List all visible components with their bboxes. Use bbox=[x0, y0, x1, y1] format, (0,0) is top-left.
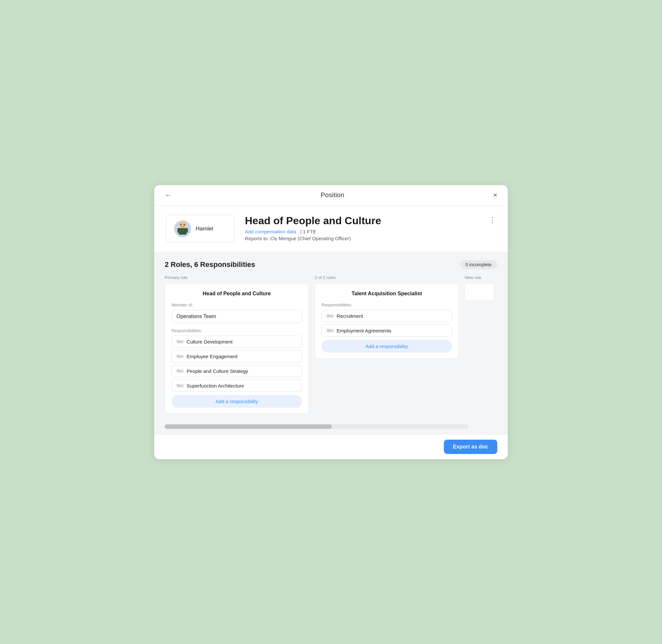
svg-rect-5 bbox=[185, 228, 188, 233]
primary-role-column: Primary role Head of People and Culture … bbox=[165, 275, 309, 414]
svg-rect-1 bbox=[179, 228, 186, 235]
modal-wrapper: ← Position × Ha bbox=[148, 179, 514, 465]
person-name: Hamlet bbox=[196, 226, 213, 232]
more-options-button[interactable]: ⋮ bbox=[489, 216, 496, 225]
position-info: Hamlet Head of People and Culture Add co… bbox=[154, 206, 508, 252]
responsibility-item: Res Employment Agreements bbox=[322, 325, 452, 337]
res-badge: Res bbox=[176, 354, 184, 359]
roles-columns: Primary role Head of People and Culture … bbox=[165, 275, 497, 414]
responsibility-item: Res Superfunction Architecture bbox=[172, 380, 302, 392]
export-button[interactable]: Export as doc bbox=[444, 440, 497, 454]
scroll-thumb bbox=[165, 424, 332, 429]
position-title: Head of People and Culture bbox=[245, 215, 479, 227]
svg-point-2 bbox=[180, 224, 182, 225]
responsibility-text: Recruitment bbox=[336, 313, 363, 319]
team-tag: Operations Team bbox=[172, 310, 302, 323]
role-card-primary: Head of People and Culture Member of: Op… bbox=[165, 283, 309, 414]
res-badge: Res bbox=[176, 340, 184, 344]
res-badge: Res bbox=[176, 369, 184, 373]
avatar bbox=[174, 220, 191, 237]
svg-point-3 bbox=[183, 224, 185, 225]
reports-to: Reports to: Cly Mengue (Chief Operating … bbox=[245, 236, 479, 241]
scroll-track[interactable] bbox=[165, 424, 469, 429]
responsibility-item: Res People and Culture Strategy bbox=[172, 365, 302, 377]
roles-header: 2 Roles, 6 Responsibilities 0 incomplete bbox=[165, 260, 497, 269]
modal-title: Position bbox=[321, 191, 345, 199]
add-compensation-link[interactable]: Add compensation data bbox=[245, 229, 296, 234]
responsibility-text: Culture Development bbox=[186, 339, 233, 344]
res-badge: Res bbox=[326, 328, 334, 333]
scroll-area bbox=[154, 424, 508, 429]
role2-title: Talent Acquisition Specialist bbox=[322, 291, 452, 297]
bottom-bar: Export as doc bbox=[154, 434, 508, 459]
responsibility-text: Employee Engagement bbox=[186, 353, 237, 359]
responsibility-item: Res Employee Engagement bbox=[172, 350, 302, 362]
primary-role-label: Primary role bbox=[165, 275, 309, 280]
responsibility-text: People and Culture Strategy bbox=[186, 368, 248, 374]
position-meta: Add compensation data | 1 FTE bbox=[245, 229, 479, 234]
role-card-2: Talent Acquisition Specialist Responsibi… bbox=[315, 283, 459, 359]
role1-title: Head of People and Culture bbox=[172, 291, 302, 297]
new-role-column: New role bbox=[465, 275, 497, 301]
responsibility-text: Employment Agreements bbox=[336, 328, 391, 334]
roles-section: 2 Roles, 6 Responsibilities 0 incomplete… bbox=[154, 252, 508, 424]
second-role-label: 2 of 2 roles bbox=[315, 275, 459, 280]
new-role-label: New role bbox=[465, 275, 497, 280]
responsibility-item: Res Recruitment bbox=[322, 310, 452, 322]
new-role-placeholder[interactable] bbox=[465, 283, 494, 301]
svg-rect-4 bbox=[177, 228, 180, 233]
member-of-label: Member of: bbox=[172, 302, 302, 307]
roles-summary: 2 Roles, 6 Responsibilities bbox=[165, 260, 255, 269]
close-button[interactable]: × bbox=[493, 191, 497, 200]
person-card: Hamlet bbox=[166, 215, 235, 243]
back-button[interactable]: ← bbox=[165, 191, 172, 200]
responsibilities-label-2: Responsibilities: bbox=[322, 302, 452, 307]
responsibilities-label-1: Responsibilities: bbox=[172, 328, 302, 333]
res-badge: Res bbox=[326, 314, 334, 318]
responsibility-item: Res Culture Development bbox=[172, 336, 302, 348]
modal-header: ← Position × bbox=[154, 185, 508, 206]
res-badge: Res bbox=[176, 384, 184, 388]
fte-badge: | 1 FTE bbox=[299, 229, 316, 234]
incomplete-badge: 0 incomplete bbox=[460, 260, 497, 269]
position-details: Head of People and Culture Add compensat… bbox=[245, 215, 479, 241]
add-responsibility-button-2[interactable]: Add a responsibility bbox=[322, 340, 452, 353]
add-responsibility-button-1[interactable]: Add a responsibility bbox=[172, 395, 302, 408]
modal: ← Position × Ha bbox=[154, 185, 508, 459]
responsibility-text: Superfunction Architecture bbox=[186, 383, 244, 389]
second-role-column: 2 of 2 roles Talent Acquisition Speciali… bbox=[315, 275, 459, 359]
